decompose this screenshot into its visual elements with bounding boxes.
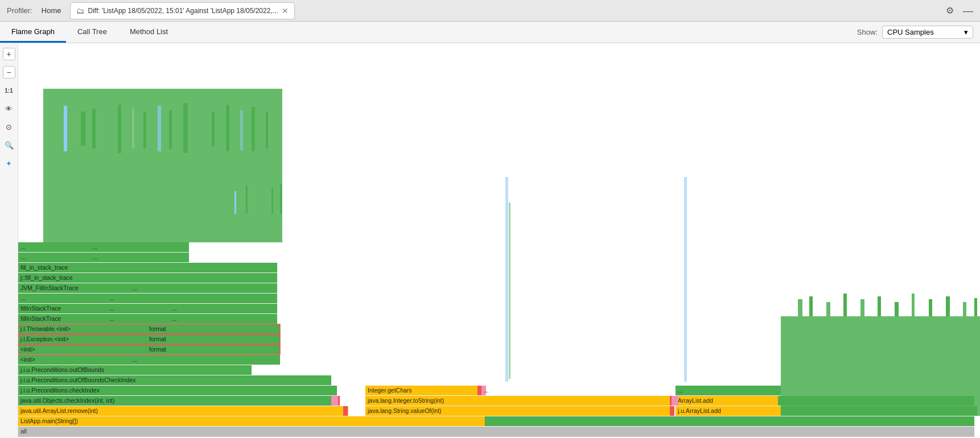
svg-rect-90: [234, 191, 236, 214]
svg-rect-2: [485, 416, 974, 426]
svg-rect-105: [895, 302, 899, 316]
svg-rect-74: [81, 111, 85, 146]
svg-text:...: ...: [92, 254, 97, 261]
svg-text:fillInStackTrace: fillInStackTrace: [20, 315, 61, 322]
svg-rect-89: [277, 117, 280, 148]
svg-rect-81: [169, 110, 172, 149]
zoom-out-button[interactable]: −: [3, 66, 15, 78]
camera-icon[interactable]: ⊙: [3, 121, 15, 133]
svg-text:all: all: [20, 428, 27, 435]
folder-icon: 🗂: [76, 6, 84, 15]
svg-rect-86: [240, 110, 243, 150]
settings-icon[interactable]: ⚙: [946, 5, 954, 16]
svg-rect-79: [143, 111, 146, 148]
svg-text:j.i.u.Preconditions.checkIndex: j.i.u.Preconditions.checkIndex: [20, 387, 100, 394]
svg-rect-82: [183, 103, 188, 153]
svg-rect-91: [246, 185, 248, 214]
svg-rect-101: [826, 302, 830, 316]
svg-rect-69: [18, 242, 189, 252]
eye-icon[interactable]: 👁: [3, 102, 15, 115]
svg-rect-110: [974, 298, 977, 316]
svg-text:...: ...: [172, 305, 177, 312]
home-tab[interactable]: Home: [42, 6, 61, 15]
svg-rect-83: [197, 109, 201, 150]
svg-text:...: ...: [20, 243, 26, 250]
zoom-in-button[interactable]: +: [3, 48, 15, 60]
svg-rect-99: [798, 299, 802, 316]
flame-graph-area[interactable]: ListApp.main(String[]) java.util.ArrayLi…: [18, 43, 980, 438]
svg-rect-93: [271, 188, 273, 214]
svg-rect-77: [118, 105, 121, 153]
svg-text:...: ...: [109, 315, 114, 322]
profiler-label: Profiler:: [7, 6, 32, 15]
svg-text:j.l.Exception.<init>: j.l.Exception.<init>: [20, 336, 69, 342]
svg-text:fillInStackTrace: fillInStackTrace: [20, 305, 61, 312]
svg-text:...: ...: [20, 254, 26, 261]
svg-text:<init>: <init>: [20, 346, 35, 353]
svg-rect-73: [64, 106, 67, 151]
svg-rect-100: [809, 296, 813, 316]
navigate-icon[interactable]: ✦: [3, 157, 15, 170]
svg-text:...: ...: [20, 295, 26, 301]
svg-rect-75: [92, 109, 96, 148]
svg-text:format: format: [149, 346, 166, 353]
svg-text:java.lang.Integer.toString(int: java.lang.Integer.toString(int): [367, 397, 444, 404]
svg-text:j.i.u.Preconditions.outOfBound: j.i.u.Preconditions.outOfBounds: [20, 366, 104, 373]
minimize-icon[interactable]: —: [963, 6, 973, 16]
svg-text:java.util.Objects.checkIndex(i: java.util.Objects.checkIndex(int, int): [20, 397, 114, 404]
svg-text:java.lang.String.valueOf(int): java.lang.String.valueOf(int): [367, 407, 442, 414]
svg-rect-85: [226, 105, 229, 151]
tab-flame-graph[interactable]: Flame Graph: [0, 22, 66, 43]
svg-rect-97: [684, 177, 687, 382]
svg-text:...: ...: [109, 295, 114, 301]
reset-zoom-button[interactable]: 1:1: [3, 84, 15, 97]
svg-text:...: ...: [678, 387, 683, 394]
svg-rect-36: [18, 355, 280, 365]
svg-text:j.l.Throwable.<init>: j.l.Throwable.<init>: [20, 325, 71, 332]
svg-text:Integer.getChars: Integer.getChars: [368, 387, 412, 394]
svg-rect-76: [106, 114, 109, 146]
svg-text:...: ...: [132, 356, 137, 363]
svg-rect-95: [505, 177, 508, 382]
svg-rect-80: [158, 106, 161, 151]
svg-text:j.i.u.Preconditions.outOfBound: j.i.u.Preconditions.outOfBoundsCheckInde…: [20, 377, 136, 383]
svg-text:java.util.ArrayList.remove(int: java.util.ArrayList.remove(int): [20, 407, 98, 414]
tab-call-tree[interactable]: Call Tree: [66, 22, 118, 43]
svg-rect-87: [252, 107, 255, 151]
show-value: CPU Samples: [887, 28, 934, 36]
svg-rect-116: [331, 396, 338, 406]
svg-text:format: format: [149, 325, 166, 332]
active-tab-label: Diff: 'ListApp 18/05/2022, 15:01' Agains…: [88, 7, 278, 15]
title-bar: Profiler: Home 🗂 Diff: 'ListApp 18/05/20…: [0, 0, 980, 22]
close-icon[interactable]: ✕: [282, 6, 289, 15]
show-dropdown[interactable]: CPU Samples ▾: [882, 26, 973, 39]
svg-text:ArrayList.add: ArrayList.add: [678, 397, 713, 404]
svg-rect-102: [843, 294, 847, 316]
active-tab[interactable]: 🗂 Diff: 'ListApp 18/05/2022, 15:01' Agai…: [70, 2, 294, 19]
svg-text:ListApp.main(String[]): ListApp.main(String[]): [20, 418, 78, 424]
svg-rect-92: [257, 183, 259, 214]
search-icon[interactable]: 🔍: [3, 139, 15, 151]
svg-text:j::fill_in_stack_trace: j::fill_in_stack_trace: [20, 274, 73, 281]
svg-rect-94: [280, 184, 282, 214]
svg-rect-103: [860, 299, 864, 316]
svg-text:fill_in_stack_trace: fill_in_stack_trace: [20, 264, 68, 271]
toolbar-right: Show: CPU Samples ▾: [857, 22, 980, 43]
svg-rect-98: [781, 316, 980, 416]
left-toolbar: + − 1:1 👁 ⊙ 🔍 ✦: [0, 43, 18, 438]
svg-rect-107: [929, 299, 932, 316]
svg-rect-109: [963, 302, 966, 316]
svg-text:JVM_FillInStackTrace: JVM_FillInStackTrace: [20, 284, 79, 291]
svg-rect-30: [676, 386, 781, 395]
svg-rect-96: [509, 203, 510, 379]
svg-text:...: ...: [484, 387, 489, 394]
toolbar: Flame Graph Call Tree Method List Show: …: [0, 22, 980, 43]
svg-rect-66: [18, 253, 189, 262]
svg-rect-88: [266, 111, 268, 148]
svg-rect-56: [18, 294, 277, 303]
svg-rect-106: [912, 294, 915, 316]
svg-rect-108: [946, 296, 950, 316]
svg-text:...: ...: [92, 243, 97, 250]
svg-rect-0: [18, 416, 485, 426]
tab-method-list[interactable]: Method List: [118, 22, 179, 43]
